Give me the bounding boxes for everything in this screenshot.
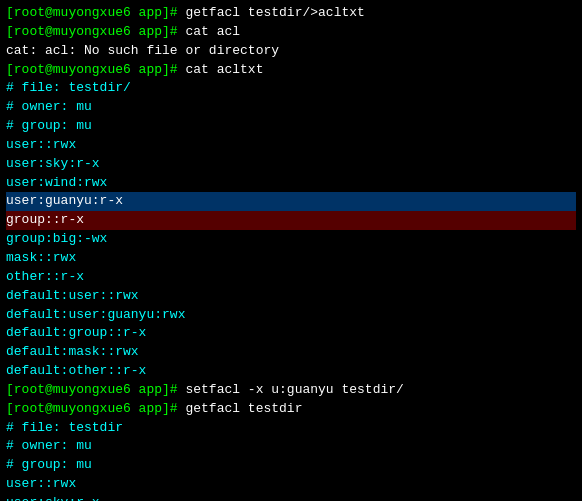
terminal-line: default:user:guanyu:rwx [6,306,576,325]
terminal-line: [root@muyongxue6 app]# getfacl testdir [6,400,576,419]
terminal-line: # file: testdir [6,419,576,438]
terminal-line: # file: testdir/ [6,79,576,98]
terminal-line: # group: mu [6,456,576,475]
terminal-window: [root@muyongxue6 app]# getfacl testdir/>… [0,0,582,501]
terminal-line: user::rwx [6,475,576,494]
terminal-line: user:sky:r-x [6,494,576,501]
terminal-line: [root@muyongxue6 app]# getfacl testdir/>… [6,4,576,23]
terminal-line: [root@muyongxue6 app]# cat acltxt [6,61,576,80]
terminal-line: # group: mu [6,117,576,136]
terminal-line: mask::rwx [6,249,576,268]
terminal-line: user::rwx [6,136,576,155]
terminal-line: group::r-x [6,211,576,230]
terminal-line: default:group::r-x [6,324,576,343]
terminal-line: user:sky:r-x [6,155,576,174]
terminal-line: cat: acl: No such file or directory [6,42,576,61]
terminal-line: # owner: mu [6,437,576,456]
terminal-line: default:mask::rwx [6,343,576,362]
terminal-line: default:user::rwx [6,287,576,306]
terminal-line: other::r-x [6,268,576,287]
terminal-line: default:other::r-x [6,362,576,381]
terminal-line: user:guanyu:r-x [6,192,576,211]
terminal-line: user:wind:rwx [6,174,576,193]
terminal-line: # owner: mu [6,98,576,117]
terminal-line: [root@muyongxue6 app]# setfacl -x u:guan… [6,381,576,400]
terminal-line: group:big:-wx [6,230,576,249]
terminal-line: [root@muyongxue6 app]# cat acl [6,23,576,42]
